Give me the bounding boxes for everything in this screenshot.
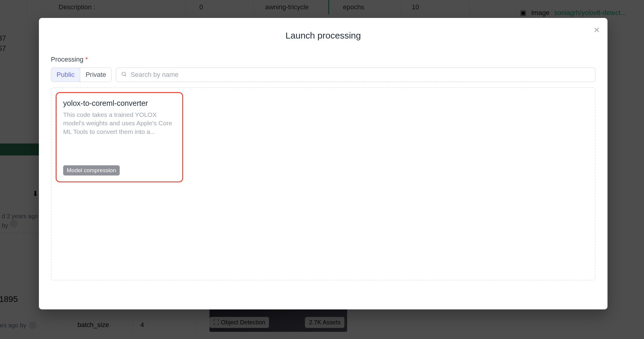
required-mark: * xyxy=(85,56,88,63)
search-input[interactable] xyxy=(130,71,590,79)
processing-label: Processing * xyxy=(51,56,596,63)
search-wrap[interactable] xyxy=(116,68,596,82)
tab-private[interactable]: Private xyxy=(80,68,111,82)
search-icon xyxy=(121,71,127,79)
tab-public[interactable]: Public xyxy=(51,68,80,82)
modal-title: Launch processing xyxy=(51,30,596,41)
filter-row: Public Private xyxy=(51,68,596,82)
card-description: This code takes a trained YOLOX model's … xyxy=(63,111,176,136)
card-title: yolox-to-coreml-converter xyxy=(63,99,176,108)
launch-processing-modal: × Launch processing Processing * Public … xyxy=(39,18,607,309)
cards-area: yolox-to-coreml-converter This code take… xyxy=(51,87,596,280)
card-tags: Model compression xyxy=(63,165,176,175)
tag-model-compression: Model compression xyxy=(63,165,120,175)
processing-card-yolox[interactable]: yolox-to-coreml-converter This code take… xyxy=(56,92,183,182)
svg-line-1 xyxy=(125,75,126,76)
close-button[interactable]: × xyxy=(594,25,600,35)
svg-point-0 xyxy=(122,72,126,76)
visibility-toggle: Public Private xyxy=(51,68,112,82)
